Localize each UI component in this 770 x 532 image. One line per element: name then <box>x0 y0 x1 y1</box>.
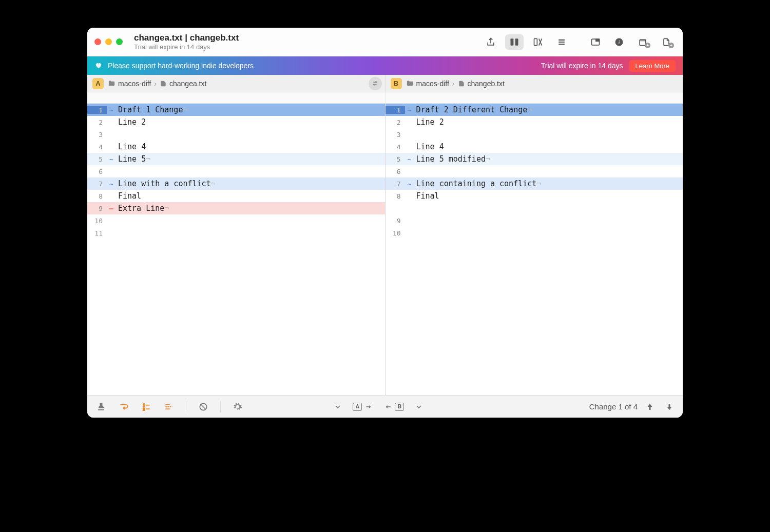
right-pane[interactable]: 1~Draft 2 Different Change¬2Line 234Line… <box>385 104 683 395</box>
diff-marker: ~ <box>405 155 414 163</box>
code-line[interactable]: 11 <box>87 227 385 239</box>
code-line[interactable]: 8Final <box>386 190 683 202</box>
new-file-button[interactable]: + <box>633 34 652 50</box>
close-window-button[interactable] <box>94 38 101 45</box>
code-line[interactable]: 1~Draft 2 Different Change¬ <box>386 104 683 116</box>
code-line[interactable]: 2Line 2 <box>386 116 683 128</box>
titlebar: changea.txt | changeb.txt Trial will exp… <box>87 28 683 56</box>
toolbar: i + + <box>482 34 676 50</box>
line-number: 10 <box>87 217 107 225</box>
svg-text:i: i <box>618 39 620 45</box>
breadcrumb-left: A macos-diff › changea.txt <box>87 75 385 92</box>
line-number: 3 <box>87 131 107 139</box>
prev-inline-button[interactable] <box>330 400 345 414</box>
collapse-same-button[interactable] <box>161 400 177 414</box>
footer-toolbar: 12 A B <box>87 395 683 418</box>
settings-button[interactable] <box>230 400 245 414</box>
code-line[interactable]: 6 <box>386 165 683 178</box>
pane-header-spacer <box>87 92 683 104</box>
code-line[interactable]: 3 <box>386 128 683 141</box>
swap-sides-button[interactable] <box>369 77 382 90</box>
window-subtitle: Trial will expire in 14 days <box>134 43 239 51</box>
fullscreen-window-button[interactable] <box>116 38 123 45</box>
traffic-lights <box>94 38 123 45</box>
diff-marker: — <box>107 205 116 212</box>
code-line[interactable]: 5~Line 5 modified¬ <box>386 153 683 165</box>
line-number: 8 <box>87 192 107 200</box>
line-number: 11 <box>87 229 107 237</box>
list-view-button[interactable] <box>552 34 571 50</box>
ignore-button[interactable] <box>196 400 211 414</box>
breadcrumb-file-b[interactable]: changeb.txt <box>458 80 505 88</box>
svg-rect-2 <box>534 38 537 45</box>
next-inline-button[interactable] <box>411 400 427 414</box>
code-line[interactable]: 3 <box>87 128 385 141</box>
folder-icon <box>108 80 116 87</box>
diff-marker: ~ <box>405 180 414 188</box>
window-title: changea.txt | changeb.txt <box>134 33 239 43</box>
copy-to-right-button[interactable]: A <box>350 400 376 414</box>
minimize-window-button[interactable] <box>105 38 112 45</box>
code-text: Final <box>414 191 439 201</box>
line-number: 1 <box>386 106 405 114</box>
diff-marker: ~ <box>405 106 414 114</box>
info-button[interactable]: i <box>610 34 628 50</box>
code-line[interactable] <box>386 202 683 214</box>
line-number: 4 <box>87 143 107 151</box>
code-line[interactable]: 4Line 4 <box>87 141 385 153</box>
breadcrumb-file-a[interactable]: changea.txt <box>160 80 206 88</box>
code-line[interactable]: 9 <box>386 214 683 227</box>
new-comparison-button[interactable]: + <box>657 34 676 50</box>
plus-icon: + <box>645 43 650 48</box>
svg-rect-1 <box>515 38 518 45</box>
diff-marker: ~ <box>107 106 116 114</box>
left-pane[interactable]: 1~Draft 1 Change¬2Line 234Line 45~Line 5… <box>87 104 385 395</box>
side-b-label: B <box>395 403 404 411</box>
line-number: 6 <box>386 168 405 175</box>
code-text: Line with a conflict¬ <box>116 179 216 188</box>
code-text: Line containing a conflict¬ <box>414 179 542 188</box>
line-number: 7 <box>386 180 405 188</box>
line-numbers-button[interactable]: 12 <box>139 400 154 414</box>
prev-change-button[interactable] <box>643 400 657 414</box>
diff-panes: 1~Draft 1 Change¬2Line 234Line 45~Line 5… <box>87 104 683 395</box>
svg-line-19 <box>201 404 206 409</box>
code-line[interactable]: 9—Extra Line¬ <box>87 202 385 214</box>
breadcrumb-folder-b[interactable]: macos-diff <box>406 80 449 88</box>
learn-more-button[interactable]: Learn More <box>629 60 676 72</box>
side-by-side-view-button[interactable] <box>505 34 524 50</box>
code-line[interactable]: 5~Line 5¬ <box>87 153 385 165</box>
wrap-button[interactable] <box>116 400 131 414</box>
code-line[interactable]: 6 <box>87 165 385 178</box>
code-line[interactable]: 10 <box>87 214 385 227</box>
line-number: 2 <box>87 119 107 126</box>
window-mode-button[interactable] <box>586 34 605 50</box>
chevron-right-icon: › <box>154 80 157 88</box>
line-number: 1 <box>87 106 107 114</box>
line-number: 9 <box>87 205 107 212</box>
breadcrumb-folder-a[interactable]: macos-diff <box>108 80 151 88</box>
code-text: Line 2 <box>116 117 146 127</box>
code-line[interactable]: 7~Line containing a conflict¬ <box>386 178 683 190</box>
code-line[interactable]: 10 <box>386 227 683 239</box>
support-banner: Please support hard-working indie develo… <box>87 56 683 75</box>
breadcrumb-row: A macos-diff › changea.txt B macos-diff … <box>87 75 683 92</box>
inline-view-button[interactable] <box>529 34 547 50</box>
code-line[interactable]: 7~Line with a conflict¬ <box>87 178 385 190</box>
code-line[interactable]: 8Final <box>87 190 385 202</box>
code-line[interactable]: 1~Draft 1 Change¬ <box>87 104 385 116</box>
code-line[interactable]: 4Line 4 <box>386 141 683 153</box>
code-text: Line 2 <box>414 117 444 127</box>
file-icon <box>160 80 167 87</box>
title-block: changea.txt | changeb.txt Trial will exp… <box>134 33 239 51</box>
code-text: Final <box>116 191 141 201</box>
share-button[interactable] <box>482 34 500 50</box>
code-line[interactable]: 2Line 2 <box>87 116 385 128</box>
copy-to-left-button[interactable]: B <box>380 400 407 414</box>
banner-message: Please support hard-working indie develo… <box>108 62 254 70</box>
line-number: 6 <box>87 168 107 175</box>
breadcrumb-label: changeb.txt <box>468 80 505 88</box>
next-change-button[interactable] <box>662 400 677 414</box>
stamp-button[interactable] <box>93 400 109 414</box>
line-number: 3 <box>386 131 405 139</box>
